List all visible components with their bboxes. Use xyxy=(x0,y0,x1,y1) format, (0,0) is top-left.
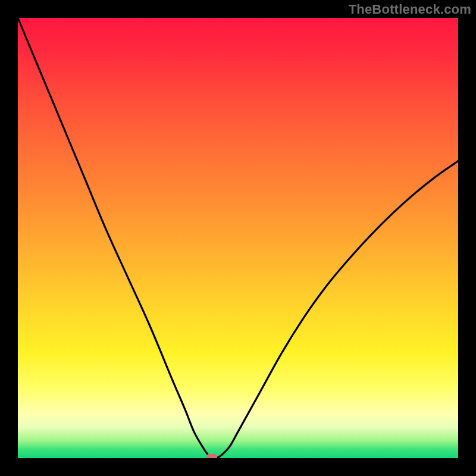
watermark-text: TheBottleneck.com xyxy=(349,2,471,17)
chart-frame: TheBottleneck.com xyxy=(0,0,476,476)
bottleneck-curve xyxy=(18,18,458,458)
optimum-marker-icon xyxy=(206,454,217,458)
plot-area xyxy=(18,18,458,458)
